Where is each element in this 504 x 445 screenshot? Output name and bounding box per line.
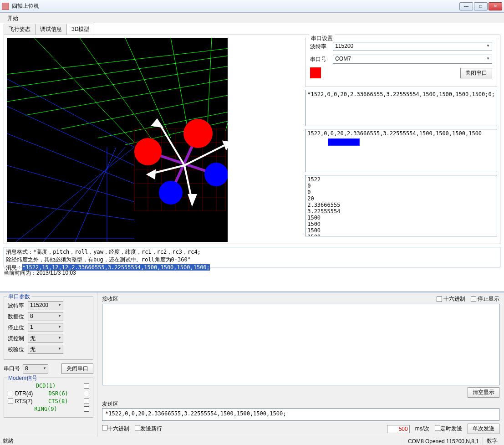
serial-params-group: 串口参数 波特率115200 数据位8 停止位1 流控制无 校验位无: [4, 296, 93, 360]
rotor-red-1: [134, 138, 162, 165]
menu-start[interactable]: 开始: [4, 14, 22, 23]
port-number-select[interactable]: 8: [23, 364, 48, 373]
minimize-button[interactable]: —: [459, 2, 473, 10]
send-footer: 十六进制 发送新行 ms/次 定时发送 单次发送: [102, 424, 499, 434]
svg-line-14: [7, 79, 134, 147]
clear-display-button[interactable]: 清空显示: [468, 387, 499, 398]
port-label: 串口号: [310, 56, 333, 63]
lower-panel: 串口参数 波特率115200 数据位8 停止位1 流控制无 校验位无 串口号 8…: [0, 292, 504, 437]
svg-line-2: [7, 51, 228, 102]
baud-combo[interactable]: 115200: [333, 42, 492, 51]
rotor-blue-2: [159, 181, 183, 205]
close-button[interactable]: ✕: [489, 2, 502, 10]
close-port-button[interactable]: 关闭串口: [460, 68, 492, 78]
upper-panel: 飞行姿态 调试信息 3D模型: [0, 23, 504, 285]
status-num: 数字: [483, 437, 501, 445]
param-parity-select[interactable]: 无: [28, 345, 63, 354]
overlay-textbox[interactable]: textBox1: [328, 138, 360, 146]
svg-line-8: [80, 38, 153, 140]
svg-marker-39: [153, 120, 162, 127]
menu-bar: 开始: [0, 13, 504, 23]
rotor-red-2: [183, 119, 213, 148]
data-textbox-1[interactable]: *1522,0,0,20,2.33666555,3.22555554,1500,…: [305, 90, 497, 126]
svg-line-7: [34, 38, 134, 143]
tab-content: textBox1 串口设置 波特率 115200 串口号 COM7 关闭串口 *: [4, 35, 500, 244]
recv-header: 接收区 十六进制 停止显示: [102, 295, 499, 303]
svg-line-12: [225, 38, 228, 131]
svg-line-18: [7, 202, 134, 220]
3d-canvas[interactable]: [7, 38, 228, 242]
svg-line-9: [125, 38, 171, 138]
right-panel: 串口设置 波特率 115200 串口号 COM7 关闭串口 *1522,0,0,…: [228, 38, 497, 241]
data-textbox-3[interactable]: 1522 0 0 20 2.33666555 3.22555554 1500 1…: [305, 175, 497, 236]
svg-marker-45: [189, 195, 196, 204]
svg-line-20: [16, 147, 134, 242]
cts-checkbox[interactable]: [84, 399, 89, 404]
port-combo[interactable]: COM7: [333, 55, 492, 64]
maximize-button[interactable]: □: [474, 2, 488, 10]
lower-right-panel: 接收区 十六进制 停止显示 清空显示 发送区 *1522,0,0,20,2.33…: [97, 292, 504, 437]
data-textbox-2[interactable]: 1522,0,0,20,2.33666555,3.22555554,1500,1…: [305, 129, 497, 172]
send-once-button[interactable]: 单次发送: [468, 424, 499, 434]
status-ready: 就绪: [3, 437, 14, 445]
param-baud-select[interactable]: 115200: [28, 301, 63, 310]
param-databits-select[interactable]: 8: [28, 312, 63, 321]
serial-settings-legend: 串口设置: [309, 35, 335, 42]
baud-label: 波特率: [310, 43, 333, 51]
dsr-checkbox[interactable]: [84, 391, 89, 396]
param-flow-select[interactable]: 无: [28, 334, 63, 343]
recv-textbox[interactable]: [102, 304, 499, 385]
window-controls: — □ ✕: [459, 2, 502, 10]
3d-scene-svg: [7, 38, 228, 242]
svg-line-0: [7, 38, 228, 74]
svg-line-1: [7, 42, 228, 88]
send-hex-checkbox[interactable]: [102, 425, 107, 430]
svg-line-22: [75, 147, 116, 242]
recv-hex-checkbox[interactable]: [437, 297, 442, 302]
serial-settings-group: 串口设置 波特率 115200 串口号 COM7 关闭串口: [305, 38, 497, 87]
dcd-checkbox[interactable]: [84, 383, 89, 389]
dtr-checkbox[interactable]: [8, 391, 13, 396]
tab-strip: 飞行姿态 调试信息 3D模型: [4, 25, 500, 35]
rts-checkbox[interactable]: [8, 399, 13, 404]
modem-group: Modem信号 DCD(1) DTR(4)DSR(6) RTS(7)CTS(8)…: [4, 378, 93, 418]
send-textbox[interactable]: *1522,0,0,20,2.33666555,3.22555554,1500,…: [102, 408, 499, 421]
svg-line-11: [207, 38, 212, 133]
title-bar: 四轴上位机 — □ ✕: [0, 0, 504, 13]
tab-attitude[interactable]: 飞行姿态: [4, 24, 36, 35]
svg-marker-43: [148, 171, 155, 178]
send-newline-checkbox[interactable]: [135, 425, 140, 430]
status-indicator-icon: [310, 67, 321, 78]
ring-checkbox[interactable]: [84, 406, 89, 412]
window-title: 四轴上位机: [12, 2, 459, 10]
rotor-blue-1: [204, 163, 228, 186]
svg-marker-41: [224, 142, 228, 148]
send-interval-input[interactable]: [387, 425, 410, 433]
message-bar[interactable]: 消息格式：*高度，pitch，roll，yaw，经度，纬度，rc1，rc2，rc…: [4, 247, 500, 267]
status-bar: 就绪 COM8 Opened 115200,N,8,1 数字: [0, 437, 504, 445]
lower-left-panel: 串口参数 波特率115200 数据位8 停止位1 流控制无 校验位无 串口号 8…: [0, 292, 97, 437]
tab-3dmodel[interactable]: 3D模型: [66, 24, 94, 35]
param-stopbits-select[interactable]: 1: [28, 323, 63, 332]
recv-stop-checkbox[interactable]: [471, 297, 476, 302]
status-port: COM8 Opened 115200,N,8,1: [404, 437, 483, 445]
timed-send-checkbox[interactable]: [435, 425, 440, 430]
tab-debug[interactable]: 调试信息: [35, 24, 67, 35]
svg-line-15: [7, 106, 134, 165]
port-row: 串口号 8 关闭串口: [4, 363, 93, 374]
svg-line-17: [7, 165, 134, 202]
close-port-button-2[interactable]: 关闭串口: [61, 363, 93, 374]
send-title: 发送区: [102, 400, 499, 408]
app-icon: [2, 3, 9, 10]
svg-line-21: [43, 147, 125, 242]
